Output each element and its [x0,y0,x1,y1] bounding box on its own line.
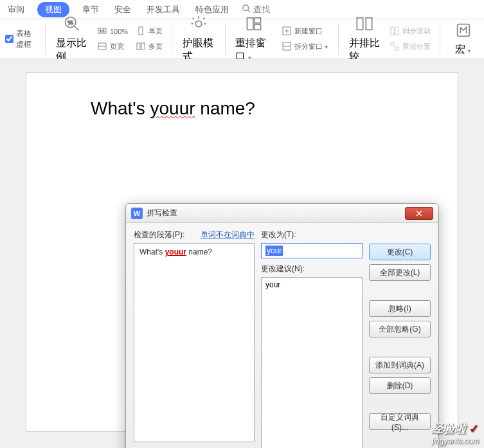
svg-rect-10 [137,43,140,49]
ribbon: 表格虚框 % 显示比例 1:1 100% 页宽 单页 多页 护眼模式 重排窗口▼ [0,19,484,59]
rearrange-icon [245,15,263,35]
compare-icon [355,15,373,35]
suggestions-label: 更改建议(N): [261,264,363,274]
svg-line-3 [75,26,79,30]
reset-position-icon [390,41,400,53]
new-window[interactable]: 新建窗口 [280,24,330,39]
single-page-icon [136,26,146,37]
svg-rect-28 [391,27,394,35]
suggestions-listbox[interactable]: your [261,277,363,448]
custom-dict-button[interactable]: 自定义词典(S)... [369,413,431,430]
pagewidth-icon [97,41,107,53]
dialog-body: 检查的段落(P): 单词不在词典中 What's youur name? 更改为… [126,223,438,448]
paragraph-label: 检查的段落(P): [134,229,184,240]
table-gridlines-checkbox[interactable]: 表格虚框 [5,28,37,50]
svg-rect-27 [366,17,372,30]
change-all-button[interactable]: 全部更改(L) [369,264,431,281]
svg-point-0 [243,5,249,11]
multi-page[interactable]: 多页 [134,40,164,54]
split-window-icon [282,41,292,53]
separator [338,24,339,55]
svg-rect-26 [357,17,363,30]
svg-rect-30 [391,42,394,46]
compare-button[interactable]: 并排比较 [346,13,384,65]
separator [172,24,172,55]
app-logo-icon: W [131,208,143,219]
rearrange-button[interactable]: 重排窗口▼ [233,13,274,65]
reset-position: 重设位置 [388,40,432,54]
svg-rect-31 [395,47,399,50]
misspelled-word[interactable]: youur [150,98,195,118]
svg-line-1 [248,10,251,13]
svg-rect-20 [255,24,260,30]
ignore-all-button[interactable]: 全部忽略(G) [369,321,431,337]
dialog-titlebar[interactable]: W 拼写检查 [126,204,438,223]
separator [440,24,440,55]
svg-rect-9 [139,27,143,35]
zoom-pagewidth[interactable]: 页宽 [96,40,129,54]
zoom-100[interactable]: 1:1 100% [96,24,129,39]
dialog-title: 拼写检查 [147,208,405,219]
spellcheck-dialog: W 拼写检查 检查的段落(P): 单词不在词典中 What's youur na… [125,203,439,448]
change-to-label: 更改为(T): [261,229,363,240]
zoom-icon: % [63,15,81,35]
change-to-input[interactable]: your [261,243,363,258]
error-word: youur [165,247,186,256]
multi-page-icon [136,41,146,53]
svg-text:%: % [68,19,73,26]
eyecare-icon [190,15,208,35]
svg-rect-29 [395,27,399,35]
separator [45,24,46,55]
document-area: What's youur name? W 拼写检查 检查的段落(P): 单词不在… [0,59,484,448]
svg-line-15 [203,17,204,19]
separator [225,24,226,55]
menu-security[interactable]: 安全 [112,3,134,17]
eyecare-button[interactable]: 护眼模式 [180,13,217,65]
svg-rect-11 [141,43,145,49]
change-button[interactable]: 更改(C) [369,244,431,260]
svg-point-12 [195,21,201,26]
watermark: 经验啦 ✓ jingyanla.com [431,421,479,445]
add-to-dict-button[interactable]: 添加到词典(A) [369,357,431,373]
svg-rect-18 [247,17,253,30]
paragraph-textbox[interactable]: What's youur name? [134,243,255,442]
sync-scroll-icon [390,26,400,37]
menu-review[interactable]: 审阅 [5,3,27,17]
document-text[interactable]: What's youur name? [91,98,393,119]
single-page[interactable]: 单页 [134,24,164,39]
close-icon[interactable] [405,207,433,220]
svg-line-14 [192,17,193,19]
ignore-button[interactable]: 忽略(I) [369,300,431,317]
menu-devtools[interactable]: 开发工具 [144,3,183,17]
check-icon: ✓ [469,422,479,435]
svg-text:1:1: 1:1 [100,29,105,33]
macro-icon [454,21,472,42]
svg-rect-19 [255,17,260,22]
macro-button[interactable]: 宏▼ [448,20,479,58]
suggestion-item[interactable]: your [265,280,358,289]
table-gridlines-input[interactable] [5,35,13,43]
delete-button[interactable]: 删除(D) [369,377,431,394]
zoom-100-icon: 1:1 [97,26,107,37]
split-window[interactable]: 拆分窗口▼ [280,40,330,54]
new-window-icon [282,26,292,37]
sync-scroll: 同步滚动 [388,24,432,39]
zoom-button[interactable]: % 显示比例 [53,13,91,65]
not-in-dict-label: 单词不在词典中 [201,229,255,240]
